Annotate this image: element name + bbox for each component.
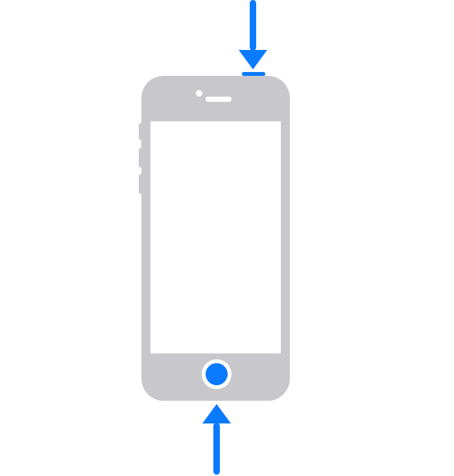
- top-button-indicator: [242, 72, 265, 76]
- arrow-shaft: [250, 0, 256, 51]
- volume-up-button: [139, 148, 141, 167]
- arrow-head-icon: [202, 404, 231, 423]
- arrow-head-icon: [239, 50, 267, 69]
- earpiece-speaker-icon: [206, 97, 232, 102]
- diagram-stage: [0, 0, 454, 476]
- phone-outline: [141, 76, 290, 401]
- arrow-to-home-button: [202, 404, 231, 475]
- volume-down-button: [139, 174, 141, 194]
- home-button-indicator: [206, 363, 228, 385]
- arrow-shaft: [213, 423, 220, 475]
- arrow-to-top-button: [246, 0, 259, 51]
- phone-screen: [150, 121, 281, 353]
- front-camera-icon: [196, 90, 202, 97]
- mute-switch: [139, 123, 141, 140]
